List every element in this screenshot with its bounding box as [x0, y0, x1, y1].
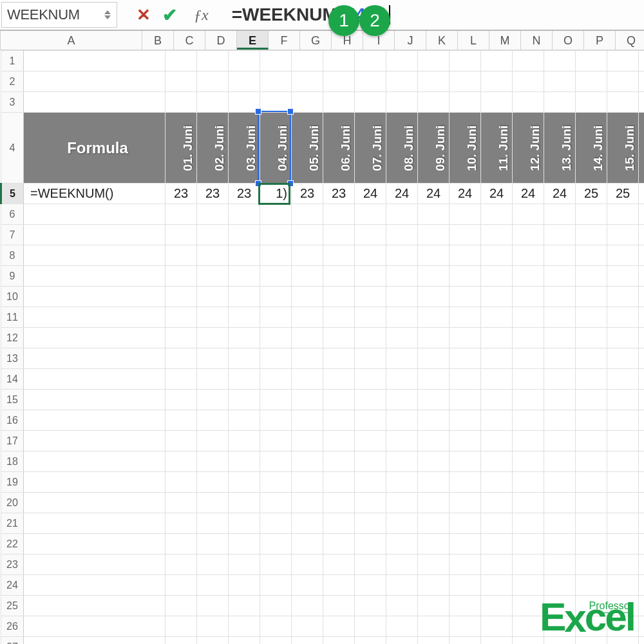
cell-B10[interactable] — [166, 287, 197, 307]
cell-F25[interactable] — [292, 596, 323, 616]
cell-J1[interactable] — [418, 51, 450, 71]
cell-N13[interactable] — [544, 348, 576, 369]
cell-Q11[interactable] — [639, 307, 645, 328]
cell-J19[interactable] — [418, 472, 450, 493]
cell-H20[interactable] — [355, 493, 386, 513]
cell-K4[interactable]: 10. Juni — [450, 113, 481, 184]
cell-C15[interactable] — [197, 390, 229, 410]
cell-O12[interactable] — [576, 328, 607, 348]
cell-N7[interactable] — [544, 225, 576, 245]
cell-F5[interactable]: 23 — [292, 184, 323, 204]
cell-Q24[interactable] — [639, 575, 645, 596]
cell-E21[interactable] — [260, 513, 292, 534]
cell-L12[interactable] — [481, 328, 513, 348]
cell-A5[interactable]: =WEEKNUM() — [24, 184, 166, 204]
cell-C26[interactable] — [197, 616, 229, 637]
cell-H14[interactable] — [355, 369, 386, 390]
cell-P23[interactable] — [607, 554, 639, 575]
cell-C22[interactable] — [197, 534, 229, 554]
cell-L1[interactable] — [481, 51, 513, 71]
cell-C17[interactable] — [197, 431, 229, 451]
cell-A17[interactable] — [24, 431, 166, 451]
cell-M8[interactable] — [513, 245, 544, 266]
cell-E7[interactable] — [260, 225, 292, 245]
column-header-Q[interactable]: Q — [616, 31, 644, 50]
cell-Q3[interactable] — [639, 92, 645, 113]
cell-N21[interactable] — [544, 513, 576, 534]
cell-N4[interactable]: 13. Juni — [544, 113, 576, 184]
cell-E2[interactable] — [260, 71, 292, 92]
cell-L6[interactable] — [481, 204, 513, 225]
cell-A3[interactable] — [24, 92, 166, 113]
cell-F8[interactable] — [292, 245, 323, 266]
cell-E5[interactable]: 1) — [260, 184, 292, 204]
cell-D19[interactable] — [229, 472, 260, 493]
cell-C8[interactable] — [197, 245, 229, 266]
cell-A1[interactable] — [24, 51, 166, 71]
cell-L11[interactable] — [481, 307, 513, 328]
cell-M23[interactable] — [513, 554, 544, 575]
cell-E22[interactable] — [260, 534, 292, 554]
cell-P7[interactable] — [607, 225, 639, 245]
cell-Q22[interactable] — [639, 534, 645, 554]
cell-E13[interactable] — [260, 348, 292, 369]
cell-A21[interactable] — [24, 513, 166, 534]
row-header-17[interactable]: 17 — [1, 431, 24, 451]
cell-J4[interactable]: 09. Juni — [418, 113, 450, 184]
cell-L14[interactable] — [481, 369, 513, 390]
cell-L7[interactable] — [481, 225, 513, 245]
cell-M5[interactable]: 24 — [513, 184, 544, 204]
cell-I20[interactable] — [386, 493, 418, 513]
cell-B25[interactable] — [166, 596, 197, 616]
row-header-8[interactable]: 8 — [1, 245, 24, 266]
cell-K8[interactable] — [450, 245, 481, 266]
cell-J3[interactable] — [418, 92, 450, 113]
cell-K10[interactable] — [450, 287, 481, 307]
cell-O8[interactable] — [576, 245, 607, 266]
cell-E3[interactable] — [260, 92, 292, 113]
cell-N1[interactable] — [544, 51, 576, 71]
cell-C2[interactable] — [197, 71, 229, 92]
cell-I23[interactable] — [386, 554, 418, 575]
cell-A7[interactable] — [24, 225, 166, 245]
cell-B19[interactable] — [166, 472, 197, 493]
cell-E18[interactable] — [260, 451, 292, 472]
cell-J23[interactable] — [418, 554, 450, 575]
cell-B9[interactable] — [166, 266, 197, 287]
row-header-7[interactable]: 7 — [1, 225, 24, 245]
cell-F2[interactable] — [292, 71, 323, 92]
column-header-E[interactable]: E — [237, 31, 269, 50]
cell-L23[interactable] — [481, 554, 513, 575]
cell-O17[interactable] — [576, 431, 607, 451]
cell-P5[interactable]: 25 — [607, 184, 639, 204]
cell-H3[interactable] — [355, 92, 386, 113]
cell-L3[interactable] — [481, 92, 513, 113]
cell-F10[interactable] — [292, 287, 323, 307]
cell-B27[interactable] — [166, 637, 197, 645]
cell-F24[interactable] — [292, 575, 323, 596]
cell-E24[interactable] — [260, 575, 292, 596]
cell-D1[interactable] — [229, 51, 260, 71]
cell-F13[interactable] — [292, 348, 323, 369]
cell-D23[interactable] — [229, 554, 260, 575]
column-header-P[interactable]: P — [584, 31, 616, 50]
cell-Q12[interactable] — [639, 328, 645, 348]
cell-C9[interactable] — [197, 266, 229, 287]
confirm-icon[interactable]: ✔ — [162, 5, 177, 26]
cell-M14[interactable] — [513, 369, 544, 390]
cell-G16[interactable] — [323, 410, 355, 431]
cell-M4[interactable]: 12. Juni — [513, 113, 544, 184]
cell-B16[interactable] — [166, 410, 197, 431]
cell-P20[interactable] — [607, 493, 639, 513]
cell-B23[interactable] — [166, 554, 197, 575]
cell-E9[interactable] — [260, 266, 292, 287]
name-box-spinner[interactable] — [104, 10, 111, 20]
cell-F6[interactable] — [292, 204, 323, 225]
cell-H21[interactable] — [355, 513, 386, 534]
cell-H16[interactable] — [355, 410, 386, 431]
cell-K25[interactable] — [450, 596, 481, 616]
cell-H18[interactable] — [355, 451, 386, 472]
cell-Q8[interactable] — [639, 245, 645, 266]
row-header-9[interactable]: 9 — [1, 266, 24, 287]
cell-N23[interactable] — [544, 554, 576, 575]
